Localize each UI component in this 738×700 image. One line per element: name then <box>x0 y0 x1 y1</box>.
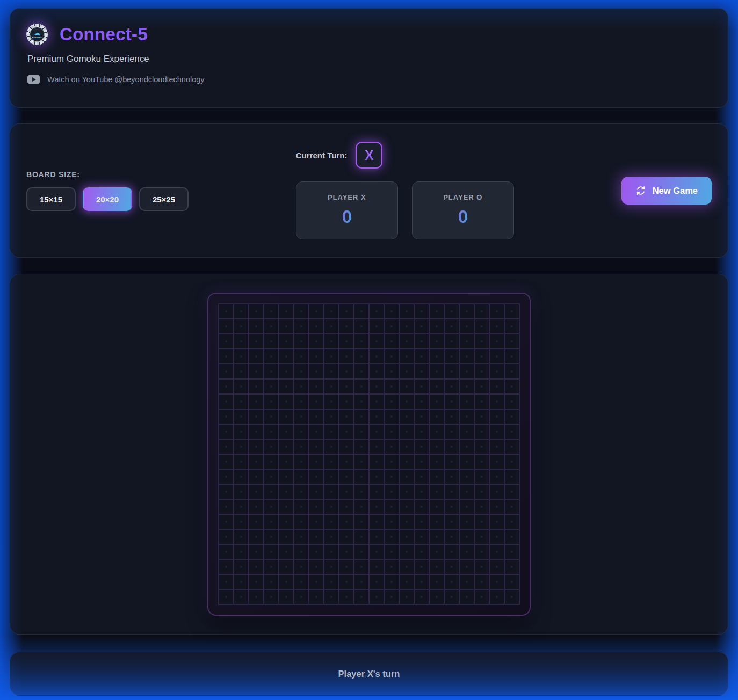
board-cell[interactable] <box>339 455 353 469</box>
board-cell[interactable] <box>324 545 338 559</box>
board-cell[interactable] <box>370 319 384 333</box>
board-cell[interactable] <box>445 395 459 409</box>
board-cell[interactable] <box>460 410 474 424</box>
board-cell[interactable] <box>294 515 308 529</box>
board-cell[interactable] <box>234 470 248 484</box>
board-cell[interactable] <box>249 319 263 333</box>
board-cell[interactable] <box>264 470 278 484</box>
board-cell[interactable] <box>400 440 414 454</box>
board-cell[interactable] <box>475 334 489 348</box>
board-cell[interactable] <box>234 590 248 604</box>
board-cell[interactable] <box>370 440 384 454</box>
board-cell[interactable] <box>475 590 489 604</box>
board-cell[interactable] <box>490 485 504 499</box>
board-cell[interactable] <box>234 485 248 499</box>
board-cell[interactable] <box>354 334 368 348</box>
board-cell[interactable] <box>264 455 278 469</box>
board-cell[interactable] <box>249 455 263 469</box>
board-cell[interactable] <box>490 364 504 378</box>
board-cell[interactable] <box>294 500 308 514</box>
board-cell[interactable] <box>460 530 474 544</box>
board-cell[interactable] <box>475 349 489 363</box>
board-cell[interactable] <box>475 364 489 378</box>
board-cell[interactable] <box>385 545 399 559</box>
board-cell[interactable] <box>445 349 459 363</box>
board-cell[interactable] <box>234 545 248 559</box>
board-cell[interactable] <box>385 410 399 424</box>
board-cell[interactable] <box>249 500 263 514</box>
board-cell[interactable] <box>445 575 459 589</box>
board-cell[interactable] <box>415 440 429 454</box>
board-cell[interactable] <box>294 410 308 424</box>
board-cell[interactable] <box>309 380 323 393</box>
board-cell[interactable] <box>219 380 233 393</box>
board-cell[interactable] <box>490 395 504 409</box>
board-cell[interactable] <box>445 410 459 424</box>
board-cell[interactable] <box>400 334 414 348</box>
board-size-button-25[interactable]: 25×25 <box>139 187 189 211</box>
board-cell[interactable] <box>505 560 519 574</box>
board-cell[interactable] <box>339 545 353 559</box>
board-cell[interactable] <box>279 380 293 393</box>
board-cell[interactable] <box>264 364 278 378</box>
board-cell[interactable] <box>460 425 474 439</box>
board-cell[interactable] <box>385 590 399 604</box>
board-cell[interactable] <box>490 410 504 424</box>
board-cell[interactable] <box>475 500 489 514</box>
board-cell[interactable] <box>430 425 444 439</box>
board-cell[interactable] <box>430 545 444 559</box>
board-cell[interactable] <box>279 334 293 348</box>
board-cell[interactable] <box>279 515 293 529</box>
board-cell[interactable] <box>505 530 519 544</box>
board-cell[interactable] <box>415 319 429 333</box>
board-cell[interactable] <box>234 304 248 318</box>
board-cell[interactable] <box>354 395 368 409</box>
board-cell[interactable] <box>460 380 474 393</box>
board-cell[interactable] <box>354 515 368 529</box>
board-cell[interactable] <box>264 590 278 604</box>
board-cell[interactable] <box>385 380 399 393</box>
board-cell[interactable] <box>264 410 278 424</box>
board-cell[interactable] <box>385 470 399 484</box>
board-cell[interactable] <box>354 440 368 454</box>
board-cell[interactable] <box>234 515 248 529</box>
board-cell[interactable] <box>460 575 474 589</box>
board-cell[interactable] <box>460 455 474 469</box>
board-cell[interactable] <box>234 380 248 393</box>
board-cell[interactable] <box>490 470 504 484</box>
board-cell[interactable] <box>324 349 338 363</box>
board-cell[interactable] <box>309 590 323 604</box>
board-cell[interactable] <box>279 319 293 333</box>
board-cell[interactable] <box>294 425 308 439</box>
board-cell[interactable] <box>490 440 504 454</box>
board-cell[interactable] <box>445 380 459 393</box>
board-cell[interactable] <box>279 425 293 439</box>
board-cell[interactable] <box>219 470 233 484</box>
board-cell[interactable] <box>400 349 414 363</box>
board-cell[interactable] <box>279 410 293 424</box>
board-cell[interactable] <box>430 380 444 393</box>
board-cell[interactable] <box>505 380 519 393</box>
board-cell[interactable] <box>294 590 308 604</box>
board-cell[interactable] <box>475 485 489 499</box>
board-cell[interactable] <box>475 440 489 454</box>
board-cell[interactable] <box>309 410 323 424</box>
board-cell[interactable] <box>264 319 278 333</box>
board-cell[interactable] <box>249 545 263 559</box>
board-cell[interactable] <box>505 440 519 454</box>
board-cell[interactable] <box>415 349 429 363</box>
board-cell[interactable] <box>219 500 233 514</box>
board-cell[interactable] <box>385 455 399 469</box>
board-cell[interactable] <box>460 304 474 318</box>
board-cell[interactable] <box>475 455 489 469</box>
board-cell[interactable] <box>234 425 248 439</box>
board-cell[interactable] <box>234 575 248 589</box>
board-cell[interactable] <box>219 455 233 469</box>
board-cell[interactable] <box>370 364 384 378</box>
board-cell[interactable] <box>234 410 248 424</box>
board-cell[interactable] <box>249 334 263 348</box>
board-cell[interactable] <box>385 334 399 348</box>
board-cell[interactable] <box>309 575 323 589</box>
board-cell[interactable] <box>219 304 233 318</box>
board-cell[interactable] <box>324 515 338 529</box>
